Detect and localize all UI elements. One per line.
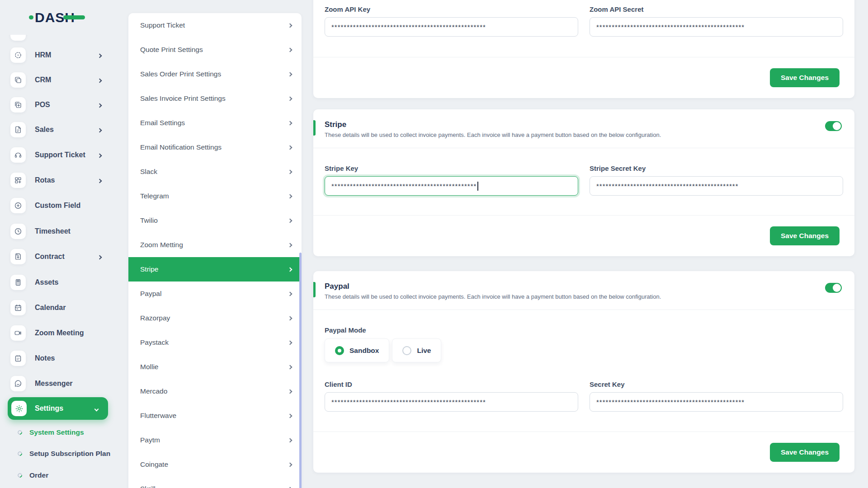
chevron-right-icon <box>288 291 292 296</box>
mode-option-label: Sandbox <box>349 347 379 355</box>
settings-nav-item-slack[interactable]: Slack <box>128 160 302 184</box>
settings-nav-label: Sales Order Print Settings <box>140 70 221 78</box>
settings-nav-item-razorpay[interactable]: Razorpay <box>128 306 302 330</box>
stripe-key-input[interactable]: ****************************************… <box>325 176 578 196</box>
settings-nav-label: Paytm <box>140 436 160 444</box>
settings-nav-item-sales-order-print-settings[interactable]: Sales Order Print Settings <box>128 62 302 86</box>
settings-nav-item-email-notification-settings[interactable]: Email Notification Settings <box>128 135 302 160</box>
settings-nav-item-support-ticket[interactable]: Support Ticket <box>128 13 302 38</box>
save-button[interactable]: Save Changes <box>770 443 840 462</box>
sidebar-item-custom-field[interactable]: Custom Field <box>0 193 119 218</box>
sidebar-item-sales[interactable]: Sales <box>0 117 119 142</box>
sidebar-item-pos[interactable]: POS <box>0 92 119 117</box>
chevron-right-icon <box>288 462 292 467</box>
paypal-secret-key-field: Secret Key *****************************… <box>590 380 843 412</box>
paypal-fields: Paypal Mode Sandbox Live Client ID *****… <box>313 310 854 432</box>
sidebar-item-support-ticket[interactable]: Support Ticket <box>0 142 119 167</box>
video-camera-icon <box>10 325 26 341</box>
radio-selected-icon[interactable] <box>335 346 344 355</box>
sidebar-item-notes[interactable]: Notes <box>0 346 119 371</box>
chevron-right-icon <box>288 218 292 223</box>
field-label: Secret Key <box>590 380 843 388</box>
paypal-mode-label: Paypal Mode <box>313 326 854 334</box>
settings-nav-label: Email Settings <box>140 119 185 127</box>
sidebar-item-zoom-meeting[interactable]: Zoom Meeting <box>0 320 119 345</box>
radio-unselected-icon[interactable] <box>402 346 411 355</box>
calendar-icon <box>10 300 26 315</box>
settings-nav-item-paypal[interactable]: Paypal <box>128 282 302 306</box>
sidebar-item-assets[interactable]: Assets <box>0 270 119 295</box>
settings-nav-item-paystack[interactable]: Paystack <box>128 330 302 355</box>
paypal-mode-live[interactable]: Live <box>392 338 441 362</box>
save-button[interactable]: Save Changes <box>770 68 840 87</box>
chevron-right-icon <box>288 389 292 394</box>
settings-nav-label: Telegram <box>140 192 169 200</box>
sidebar-item-hrm[interactable]: HRM <box>0 42 119 67</box>
section-title: Paypal <box>325 282 843 291</box>
settings-nav-item-email-settings[interactable]: Email Settings <box>128 111 302 135</box>
zoom-api-key-field: Zoom API Key ***************************… <box>325 5 578 37</box>
chevron-right-icon <box>288 169 292 174</box>
settings-nav-item-zoom-metting[interactable]: Zoom Metting <box>128 233 302 257</box>
app-logo[interactable]: DASH <box>0 0 119 35</box>
stripe-toggle[interactable] <box>825 121 842 131</box>
sidebar-item-label: Support Ticket <box>35 151 85 159</box>
sidebar-item-crm[interactable]: CRM <box>0 67 119 92</box>
sidebar-item-messenger[interactable]: Messenger <box>0 371 119 396</box>
rotas-icon <box>10 173 26 188</box>
settings-nav-item-skrill[interactable]: Skrill <box>128 477 302 488</box>
settings-nav-item-paytm[interactable]: Paytm <box>128 428 302 452</box>
save-button[interactable]: Save Changes <box>770 226 840 245</box>
paypal-toggle[interactable] <box>825 283 842 293</box>
settings-nav-item-sales-invoice-print-settings[interactable]: Sales Invoice Print Settings <box>128 86 302 111</box>
sidebar-item-label: CRM <box>35 76 51 84</box>
field-label: Zoom API Key <box>325 5 578 13</box>
bullet-icon <box>17 429 23 436</box>
stripe-key-field: Stripe Key *****************************… <box>325 164 578 196</box>
settings-nav-label: Quote Print Settings <box>140 46 203 54</box>
zoom-api-key-input[interactable]: ****************************************… <box>325 17 578 37</box>
sidebar-item-label: Sales <box>35 126 54 134</box>
logo-dash <box>63 15 85 19</box>
paypal-secret-key-input[interactable]: ****************************************… <box>590 392 843 412</box>
settings-nav-item-mercado[interactable]: Mercado <box>128 379 302 404</box>
settings-nav-item-mollie[interactable]: Mollie <box>128 355 302 379</box>
toggle-knob <box>833 284 841 292</box>
sidebar-subitem-system-settings[interactable]: System Settings <box>0 422 119 443</box>
sidebar-item-calendar[interactable]: Calendar <box>0 295 119 320</box>
settings-nav-item-coingate[interactable]: Coingate <box>128 452 302 477</box>
chevron-right-icon <box>98 253 101 261</box>
chat-bubble-icon <box>10 376 26 391</box>
settings-nav-item-stripe[interactable]: Stripe <box>128 257 302 282</box>
sidebar-item-label: Assets <box>35 278 58 286</box>
sidebar-item-timesheet[interactable]: Timesheet <box>0 219 119 244</box>
sidebar-subitem-setup-subscription-plan[interactable]: Setup Subscription Plan <box>0 443 119 465</box>
settings-nav-item-telegram[interactable]: Telegram <box>128 184 302 208</box>
section-description: These details will be used to collect in… <box>325 293 843 300</box>
stripe-secret-key-input[interactable]: ****************************************… <box>590 176 843 196</box>
settings-nav-label: Skrill <box>140 485 156 488</box>
sidebar-item-settings[interactable]: Settings <box>8 397 108 420</box>
zoom-api-secret-input[interactable]: ****************************************… <box>590 17 843 37</box>
settings-nav-label: Email Notification Settings <box>140 143 222 151</box>
paypal-client-id-field: Client ID ******************************… <box>325 380 578 412</box>
paypal-mode-sandbox[interactable]: Sandbox <box>325 338 389 362</box>
paypal-header: Paypal These details will be used to col… <box>313 271 854 310</box>
sidebar-item-label: HRM <box>35 51 51 59</box>
sidebar-subitem-order[interactable]: Order <box>0 465 119 486</box>
settings-nav-item-twilio[interactable]: Twilio <box>128 208 302 233</box>
settings-nav-item-quote-print-settings[interactable]: Quote Print Settings <box>128 38 302 62</box>
sidebar-item-contract[interactable]: Contract <box>0 244 119 269</box>
paypal-client-id-input[interactable]: ****************************************… <box>325 392 578 412</box>
paypal-mode-options: Sandbox Live <box>313 338 854 362</box>
app-root: HRM CRM POS Sales <box>0 0 868 488</box>
settings-nav-scrollbar[interactable] <box>299 253 302 488</box>
field-label: Stripe Key <box>325 164 578 172</box>
sidebar-item-label: Rotas <box>35 176 55 184</box>
settings-nav-item-flutterwave[interactable]: Flutterwave <box>128 404 302 428</box>
settings-nav-label: Slack <box>140 168 157 176</box>
field-label: Zoom API Secret <box>590 5 843 13</box>
chevron-right-icon <box>288 438 292 442</box>
sidebar-item-rotas[interactable]: Rotas <box>0 168 119 192</box>
contract-icon <box>10 249 26 264</box>
